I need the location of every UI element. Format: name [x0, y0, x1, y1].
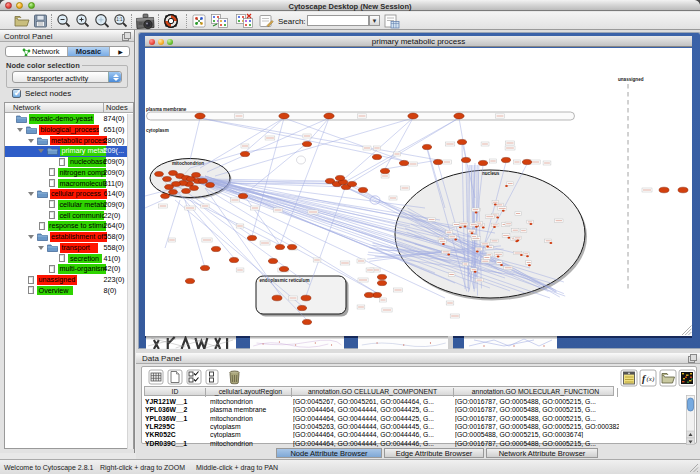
svg-text:(x): (x)	[647, 375, 655, 383]
svg-text:plasma membrane: plasma membrane	[146, 107, 187, 112]
svg-text:nucleus: nucleus	[482, 171, 500, 176]
svg-text:endoplasmic reticulum: endoplasmic reticulum	[260, 278, 310, 283]
svg-text:1:1: 1:1	[116, 17, 123, 22]
svg-text:cytoplasm: cytoplasm	[146, 128, 169, 133]
svg-text:unassigned: unassigned	[618, 77, 644, 82]
